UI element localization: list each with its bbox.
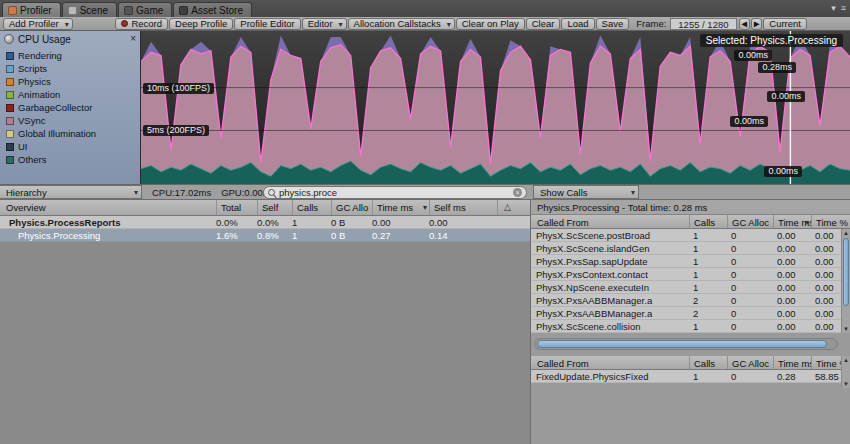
cpu-usage-chart[interactable]: Selected: Physics.Processing 10ms (100FP… [141,31,850,184]
column-calls[interactable]: Calls [292,200,331,215]
column-gc-alloc[interactable]: GC Allo [331,200,372,215]
window-menu-icon[interactable]: ≡ [841,2,846,14]
legend-item-global-illumination[interactable]: Global Illumination [6,128,140,139]
show-calls-dropdown[interactable]: Show Calls [533,185,639,199]
add-profiler-dropdown[interactable]: Add Profiler [3,18,73,30]
callers-vertical-scrollbar[interactable]: ▲ ▼ [841,356,850,388]
sample-value: 0.0% [257,216,292,228]
allocation-callstacks-dropdown[interactable]: Allocation Callstacks [348,18,455,30]
search-input[interactable]: physics.proce × [263,186,527,199]
profile-editor-button[interactable]: Profile Editor [234,18,300,30]
editor-dropdown[interactable]: Editor [302,18,347,30]
caller-value: 0 [727,320,773,332]
scroll-down-icon[interactable]: ▼ [842,325,850,333]
next-frame-icon: ► [752,19,761,29]
sample-value: 1 [292,216,331,228]
called-from-row[interactable]: PhysX.ScScene.postBroad100.000.00 [531,229,850,242]
caller-value: 0.28 [773,370,811,382]
column-self-ms[interactable]: Self ms [429,200,497,215]
column-time-ms[interactable]: Time ms [372,200,429,215]
save-label: Save [602,19,624,29]
tab-label: Profiler [20,5,52,16]
hierarchy-row[interactable]: Physics.Processing1.6%0.8%10 B0.270.14 [0,229,530,242]
sample-value: 0 B [331,229,372,241]
tab-label: Asset Store [191,5,243,16]
cpu-usage-module[interactable]: CPU Usage × RenderingScriptsPhysicsAnima… [0,31,141,184]
legend-label: Others [18,154,47,165]
window-dropdown-icon[interactable]: ▾ [831,2,836,14]
legend-item-garbagecollector[interactable]: GarbageCollector [6,102,140,113]
scrollbar-thumb[interactable] [843,238,849,306]
tab-asset-store[interactable]: Asset Store [173,2,252,17]
tab-scene[interactable]: Scene [62,2,117,17]
column-self[interactable]: Self [257,200,292,215]
tab-profiler[interactable]: Profiler [2,2,61,17]
legend-item-others[interactable]: Others [6,154,140,165]
legend-item-vsync[interactable]: VSync [6,115,140,126]
called-from-row[interactable]: PhysX.NpScene.executeIn100.000.00 [531,281,850,294]
called-from-rows: PhysX.ScScene.postBroad100.000.00PhysX.S… [531,229,850,333]
column-time-pct[interactable]: Time % [811,215,850,228]
caller-value: 1 [689,229,727,241]
tab-label: Scene [80,5,108,16]
clear-button[interactable]: Clear [526,18,561,30]
current-frame-label: Current [769,19,801,29]
caller-name: PhysX.PxsContext.contact [531,268,689,280]
caller-name: FixedUpdate.PhysicsFixed [531,370,689,382]
column-warnings[interactable]: △ [497,200,530,215]
column-time-ms[interactable]: Time ms [773,215,811,228]
called-from-row[interactable]: PhysX.PxsSap.sapUpdate100.000.00 [531,255,850,268]
callers-row[interactable]: FixedUpdate.PhysicsFixed100.2858.85 [531,370,850,383]
frame-counter: 1255 / 1280 [670,18,736,30]
called-from-vertical-scrollbar[interactable]: ▲ ▼ [841,229,850,333]
column-time-ms[interactable]: Time ms [773,356,811,369]
view-mode-dropdown[interactable]: Hierarchy [0,185,142,199]
caller-value: 0.00 [773,268,811,280]
save-button[interactable]: Save [596,18,630,30]
record-icon [121,20,128,27]
gridline-label: 10ms (100FPS) [143,83,214,94]
load-button[interactable]: Load [561,18,594,30]
column-calls[interactable]: Calls [689,215,727,228]
horizontal-scrollbar[interactable] [534,338,838,350]
column-overview[interactable]: Overview [0,200,216,215]
legend-item-ui[interactable]: UI [6,141,140,152]
column-total[interactable]: Total [216,200,257,215]
legend-swatch [6,104,14,112]
legend-swatch [6,143,14,151]
column-gc-alloc[interactable]: GC Alloc [727,356,773,369]
sample-value: 0.00 [372,216,429,228]
legend-item-physics[interactable]: Physics [6,76,140,87]
scroll-down-icon[interactable]: ▼ [842,380,850,388]
scrollbar-thumb[interactable] [537,340,827,348]
called-from-row[interactable]: PhysX.ScScene.collision100.000.00 [531,320,850,333]
called-from-row[interactable]: PhysX.ScScene.islandGen100.000.00 [531,242,850,255]
next-frame-button[interactable]: ► [751,18,762,30]
hierarchy-row[interactable]: Physics.ProcessReports0.0%0.0%10 B0.000.… [0,216,530,229]
caller-value: 0.00 [773,294,811,306]
called-from-row[interactable]: PhysX.PxsAABBManager.a200.000.00 [531,307,850,320]
deep-profile-button[interactable]: Deep Profile [169,18,233,30]
scroll-up-icon[interactable]: ▲ [842,356,850,364]
prev-frame-button[interactable]: ◄ [739,18,750,30]
time-marker: 0.28ms [758,62,796,73]
column-calls[interactable]: Calls [689,356,727,369]
clear-on-play-button[interactable]: Clear on Play [456,18,525,30]
column-gc-alloc[interactable]: GC Alloc [727,215,773,228]
close-icon[interactable]: × [130,34,136,44]
scroll-up-icon[interactable]: ▲ [842,229,850,237]
called-from-row[interactable]: PhysX.PxsContext.contact100.000.00 [531,268,850,281]
legend-item-scripts[interactable]: Scripts [6,63,140,74]
column-called-from[interactable]: Called From [531,215,689,228]
record-button[interactable]: Record [115,18,168,30]
legend-item-animation[interactable]: Animation [6,89,140,100]
frame-label: Frame: [636,18,666,29]
clear-search-icon[interactable]: × [513,188,522,197]
tab-game[interactable]: Game [118,2,172,17]
search-value: physics.proce [279,187,509,198]
clear-label: Clear [532,19,555,29]
called-from-row[interactable]: PhysX.PxsAABBManager.a200.000.00 [531,294,850,307]
current-frame-button[interactable]: Current [763,18,807,30]
column-called-from[interactable]: Called From [531,356,689,369]
legend-item-rendering[interactable]: Rendering [6,50,140,61]
